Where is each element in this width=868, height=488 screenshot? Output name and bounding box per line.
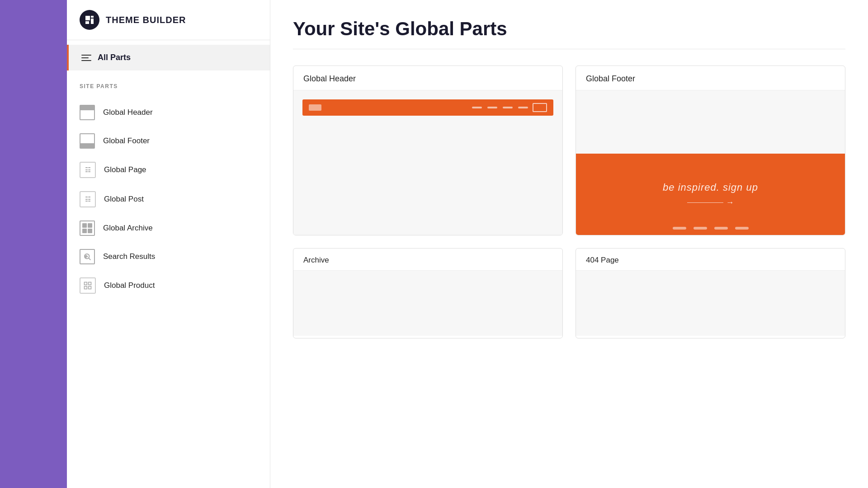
app-title: THEME BUILDER bbox=[106, 15, 186, 25]
title-divider bbox=[293, 49, 845, 49]
elementor-logo-svg bbox=[84, 14, 95, 25]
global-footer-card-title: Global Footer bbox=[576, 66, 845, 90]
nav-dot-4 bbox=[518, 107, 528, 108]
footer-signup-text: be inspired. sign up bbox=[663, 182, 758, 193]
global-header-card-body bbox=[293, 90, 562, 235]
404-card[interactable]: 404 Page bbox=[576, 248, 845, 338]
404-card-title: 404 Page bbox=[576, 249, 845, 271]
site-parts-label: SITE PARTS bbox=[80, 83, 257, 89]
404-card-body bbox=[576, 271, 845, 336]
global-footer-icon bbox=[80, 133, 95, 149]
footer-preview: be inspired. sign up → bbox=[576, 154, 845, 235]
global-post-icon: ☷ bbox=[80, 191, 96, 207]
footer-link-1 bbox=[673, 227, 686, 230]
svg-line-1 bbox=[89, 258, 90, 259]
preview-cta bbox=[533, 103, 547, 112]
global-header-card[interactable]: Global Header bbox=[293, 66, 563, 235]
search-results-label: Search Results bbox=[103, 252, 155, 261]
svg-rect-8 bbox=[89, 286, 91, 289]
global-footer-label: Global Footer bbox=[103, 136, 150, 145]
footer-link-2 bbox=[693, 227, 707, 230]
sidebar-item-global-page[interactable]: ☷ Global Page bbox=[80, 155, 257, 185]
svg-rect-5 bbox=[85, 282, 87, 285]
cards-grid: Global Header Global Footer bbox=[293, 66, 845, 235]
archive-card[interactable]: Archive bbox=[293, 248, 563, 338]
footer-arrow-line: → bbox=[687, 198, 734, 207]
nav-dot-1 bbox=[472, 107, 482, 108]
global-header-card-title: Global Header bbox=[293, 66, 562, 90]
logo-icon bbox=[80, 10, 99, 30]
accent-bar bbox=[0, 0, 67, 488]
header-preview bbox=[302, 99, 553, 116]
global-header-label: Global Header bbox=[103, 108, 153, 117]
all-parts-nav-item[interactable]: All Parts bbox=[67, 45, 270, 70]
sidebar-header: THEME BUILDER bbox=[67, 0, 270, 40]
footer-arrow: → bbox=[726, 198, 734, 207]
nav-dot-2 bbox=[487, 107, 497, 108]
footer-line bbox=[687, 202, 723, 203]
preview-logo bbox=[309, 104, 321, 111]
search-results-icon bbox=[80, 249, 95, 264]
archive-card-title: Archive bbox=[293, 249, 562, 271]
site-parts-section: SITE PARTS Global Header Global Footer ☷… bbox=[67, 70, 270, 300]
all-parts-label: All Parts bbox=[98, 53, 131, 62]
archive-card-body bbox=[293, 271, 562, 336]
footer-link-4 bbox=[735, 227, 749, 230]
sidebar-item-global-footer[interactable]: Global Footer bbox=[80, 127, 257, 155]
sidebar: THEME BUILDER All Parts SITE PARTS Globa… bbox=[67, 0, 270, 488]
main-content: Your Site's Global Parts Global Header bbox=[270, 0, 868, 488]
sidebar-item-search-results[interactable]: Search Results bbox=[80, 243, 257, 271]
page-title: Your Site's Global Parts bbox=[293, 18, 845, 40]
svg-rect-7 bbox=[85, 286, 87, 289]
footer-link-3 bbox=[714, 227, 728, 230]
bottom-cards-row: Archive 404 Page bbox=[293, 248, 845, 338]
sidebar-item-global-header[interactable]: Global Header bbox=[80, 99, 257, 127]
svg-rect-6 bbox=[89, 282, 91, 285]
global-header-icon bbox=[80, 105, 95, 120]
global-page-icon: ☷ bbox=[80, 162, 96, 178]
global-footer-card-body: be inspired. sign up → bbox=[576, 90, 845, 235]
preview-nav bbox=[472, 107, 528, 108]
global-product-icon bbox=[80, 277, 96, 294]
all-parts-icon bbox=[81, 55, 91, 61]
global-archive-icon bbox=[80, 221, 95, 236]
nav-dot-3 bbox=[503, 107, 513, 108]
sidebar-item-global-product[interactable]: Global Product bbox=[80, 271, 257, 300]
global-page-label: Global Page bbox=[104, 165, 146, 174]
global-archive-label: Global Archive bbox=[103, 224, 153, 233]
global-footer-card[interactable]: Global Footer be inspired. sign up → bbox=[576, 66, 845, 235]
sidebar-item-global-archive[interactable]: Global Archive bbox=[80, 214, 257, 243]
footer-bottom-links bbox=[576, 227, 845, 230]
global-post-label: Global Post bbox=[104, 195, 144, 204]
global-product-label: Global Product bbox=[104, 281, 155, 290]
sidebar-item-global-post[interactable]: ☷ Global Post bbox=[80, 185, 257, 214]
